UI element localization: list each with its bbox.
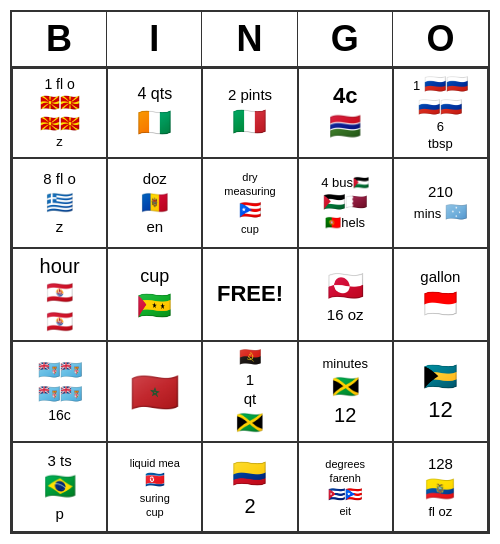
cell-r2c1: 8 fl o 🇬🇷 z bbox=[12, 158, 107, 248]
cell-r4c2: 🇲🇦 bbox=[107, 341, 202, 442]
cell-r5c4: degrees farenh 🇨🇺🇵🇷 eit bbox=[298, 442, 393, 532]
cell-r1c2: 4 qts 🇨🇮 bbox=[107, 68, 202, 159]
bingo-grid: 1 fl o 🇲🇰🇲🇰 🇲🇰🇲🇰 z 4 qts 🇨🇮 2 pints 🇮🇹 4… bbox=[12, 68, 488, 533]
header-o: O bbox=[393, 12, 488, 66]
cell-r2c5: 210 mins 🇫🇲 bbox=[393, 158, 488, 248]
cell-r1c4: 4c 🇬🇲 bbox=[298, 68, 393, 159]
cell-r2c2: doz 🇲🇩 en bbox=[107, 158, 202, 248]
cell-r3c1: hour 🇵🇫 🇵🇫 bbox=[12, 248, 107, 341]
cell-r2c4: 4 bus🇵🇸 🇵🇸🇶🇦 🇵🇹hels bbox=[298, 158, 393, 248]
cell-r4c5: 🇧🇸 12 bbox=[393, 341, 488, 442]
cell-r1c3: 2 pints 🇮🇹 bbox=[202, 68, 297, 159]
cell-r5c1: 3 ts 🇧🇷 p bbox=[12, 442, 107, 532]
cell-r1c5: 1 🇷🇺🇷🇺 🇷🇺🇷🇺 6 tbsp bbox=[393, 68, 488, 159]
header-g: G bbox=[298, 12, 393, 66]
bingo-header: B I N G O bbox=[12, 12, 488, 68]
cell-r1c1: 1 fl o 🇲🇰🇲🇰 🇲🇰🇲🇰 z bbox=[12, 68, 107, 159]
cell-r5c5: 128 🇪🇨 fl oz bbox=[393, 442, 488, 532]
cell-r4c1: 🇫🇯🇫🇯 🇫🇯🇫🇯 16c bbox=[12, 341, 107, 442]
cell-r3c5: gallon 🇮🇩 bbox=[393, 248, 488, 341]
cell-r2c3: dry measuring 🇵🇷 cup bbox=[202, 158, 297, 248]
header-n: N bbox=[202, 12, 297, 66]
header-b: B bbox=[12, 12, 107, 66]
cell-r3c2: cup 🇸🇹 bbox=[107, 248, 202, 341]
cell-r5c3: 🇨🇴 2 bbox=[202, 442, 297, 532]
cell-r4c3: 🇦🇴 1 qt 🇯🇲 bbox=[202, 341, 297, 442]
cell-r4c4: minutes 🇯🇲 12 bbox=[298, 341, 393, 442]
bingo-card: B I N G O 1 fl o 🇲🇰🇲🇰 🇲🇰🇲🇰 z 4 qts 🇨🇮 2 … bbox=[10, 10, 490, 535]
cell-r3c4: 🇬🇱 16 oz bbox=[298, 248, 393, 341]
header-i: I bbox=[107, 12, 202, 66]
cell-r5c2: liquid mea 🇰🇵 suring cup bbox=[107, 442, 202, 532]
cell-r3c3: FREE! bbox=[202, 248, 297, 341]
